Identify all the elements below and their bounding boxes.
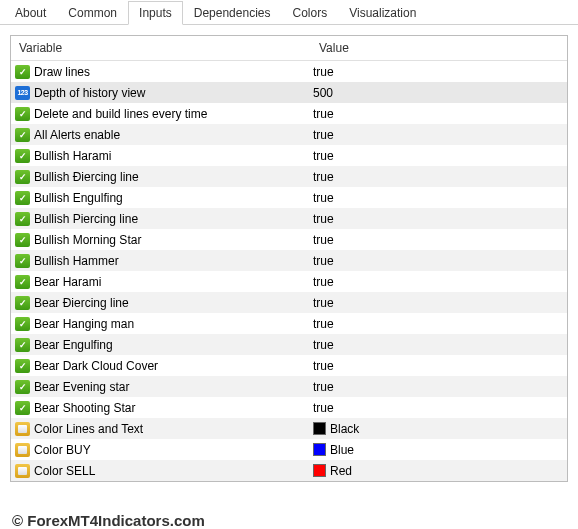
cell-variable: ✓Bear Hanging man [15, 317, 311, 331]
tab-visualization[interactable]: Visualization [338, 1, 427, 25]
variable-name: Bullish Morning Star [34, 233, 141, 247]
grid-row[interactable]: ✓Bear Shooting Startrue [11, 397, 567, 418]
copyright-text: © ForexMT4Indicators.com [10, 482, 568, 529]
cell-variable: ✓Bear Evening star [15, 380, 311, 394]
bool-icon: ✓ [15, 212, 30, 226]
tab-inputs[interactable]: Inputs [128, 1, 183, 25]
cell-variable: Color SELL [15, 464, 311, 478]
tab-colors[interactable]: Colors [281, 1, 338, 25]
cell-value[interactable]: true [311, 296, 567, 310]
value-text: true [313, 296, 334, 310]
cell-value[interactable]: true [311, 107, 567, 121]
cell-variable: ✓All Alerts enable [15, 128, 311, 142]
variable-name: Color SELL [34, 464, 95, 478]
cell-value[interactable]: true [311, 401, 567, 415]
grid-row[interactable]: ✓Bullish Morning Startrue [11, 229, 567, 250]
grid-row[interactable]: ✓Bullish Engulfingtrue [11, 187, 567, 208]
tab-dependencies[interactable]: Dependencies [183, 1, 282, 25]
cell-value[interactable]: true [311, 212, 567, 226]
bool-icon: ✓ [15, 107, 30, 121]
grid-row[interactable]: ✓Bear Hanging mantrue [11, 313, 567, 334]
bool-icon: ✓ [15, 380, 30, 394]
grid-row[interactable]: ✓Draw linestrue [11, 61, 567, 82]
cell-value[interactable]: true [311, 149, 567, 163]
cell-value[interactable]: true [311, 254, 567, 268]
value-text: true [313, 170, 334, 184]
grid-row[interactable]: ✓All Alerts enabletrue [11, 124, 567, 145]
variable-name: Bear Điercing line [34, 296, 129, 310]
grid-row[interactable]: Color BUYBlue [11, 439, 567, 460]
grid-row[interactable]: ✓Delete and build lines every timetrue [11, 103, 567, 124]
cell-value[interactable]: true [311, 338, 567, 352]
grid-row[interactable]: 123Depth of history view500 [11, 82, 567, 103]
cell-value[interactable]: Black [311, 422, 567, 436]
value-text: true [313, 107, 334, 121]
value-text: true [313, 359, 334, 373]
cell-variable: ✓Bear Shooting Star [15, 401, 311, 415]
cell-value[interactable]: true [311, 233, 567, 247]
column-header-variable[interactable]: Variable [11, 36, 311, 60]
grid-row[interactable]: ✓Bullish Piercing linetrue [11, 208, 567, 229]
cell-variable: ✓Delete and build lines every time [15, 107, 311, 121]
cell-variable: ✓Bullish Engulfing [15, 191, 311, 205]
bool-icon: ✓ [15, 317, 30, 331]
cell-variable: ✓Bear Engulfing [15, 338, 311, 352]
grid-row[interactable]: ✓Bear Điercing linetrue [11, 292, 567, 313]
cell-value[interactable]: Blue [311, 443, 567, 457]
cell-value[interactable]: true [311, 128, 567, 142]
bool-icon: ✓ [15, 254, 30, 268]
tab-about[interactable]: About [4, 1, 57, 25]
grid-row[interactable]: ✓Bullish Điercing linetrue [11, 166, 567, 187]
value-text: true [313, 254, 334, 268]
value-text: 500 [313, 86, 333, 100]
color-icon [15, 464, 30, 478]
bool-icon: ✓ [15, 65, 30, 79]
cell-value[interactable]: 500 [311, 86, 567, 100]
cell-value[interactable]: true [311, 275, 567, 289]
variable-name: Color Lines and Text [34, 422, 143, 436]
cell-value[interactable]: true [311, 170, 567, 184]
grid-header: Variable Value [11, 36, 567, 61]
cell-value[interactable]: true [311, 359, 567, 373]
color-icon [15, 443, 30, 457]
cell-value[interactable]: true [311, 191, 567, 205]
cell-variable: ✓Bear Harami [15, 275, 311, 289]
variable-name: All Alerts enable [34, 128, 120, 142]
cell-value[interactable]: true [311, 380, 567, 394]
grid-row[interactable]: ✓Bear Engulfingtrue [11, 334, 567, 355]
cell-value[interactable]: Red [311, 464, 567, 478]
grid-row[interactable]: ✓Bear Dark Cloud Covertrue [11, 355, 567, 376]
tab-common[interactable]: Common [57, 1, 128, 25]
grid-row[interactable]: ✓Bear Haramitrue [11, 271, 567, 292]
bool-icon: ✓ [15, 233, 30, 247]
value-text: true [313, 65, 334, 79]
value-text: true [313, 149, 334, 163]
column-header-value[interactable]: Value [311, 36, 567, 60]
grid-row[interactable]: Color SELLRed [11, 460, 567, 481]
value-text: Blue [330, 443, 354, 457]
bool-icon: ✓ [15, 170, 30, 184]
cell-variable: ✓Bullish Harami [15, 149, 311, 163]
cell-variable: ✓Bear Dark Cloud Cover [15, 359, 311, 373]
value-text: true [313, 317, 334, 331]
integer-icon: 123 [15, 86, 30, 100]
value-text: true [313, 233, 334, 247]
cell-variable: Color BUY [15, 443, 311, 457]
grid-row[interactable]: ✓Bullish Hammertrue [11, 250, 567, 271]
value-text: true [313, 401, 334, 415]
variable-name: Bullish Harami [34, 149, 111, 163]
inputs-grid: Variable Value ✓Draw linestrue123Depth o… [10, 35, 568, 482]
bool-icon: ✓ [15, 296, 30, 310]
grid-row[interactable]: Color Lines and TextBlack [11, 418, 567, 439]
cell-variable: ✓Draw lines [15, 65, 311, 79]
variable-name: Draw lines [34, 65, 90, 79]
color-swatch [313, 464, 326, 477]
color-swatch [313, 422, 326, 435]
variable-name: Bullish Hammer [34, 254, 119, 268]
grid-row[interactable]: ✓Bear Evening startrue [11, 376, 567, 397]
cell-value[interactable]: true [311, 317, 567, 331]
value-text: Red [330, 464, 352, 478]
cell-value[interactable]: true [311, 65, 567, 79]
grid-row[interactable]: ✓Bullish Haramitrue [11, 145, 567, 166]
cell-variable: ✓Bullish Hammer [15, 254, 311, 268]
